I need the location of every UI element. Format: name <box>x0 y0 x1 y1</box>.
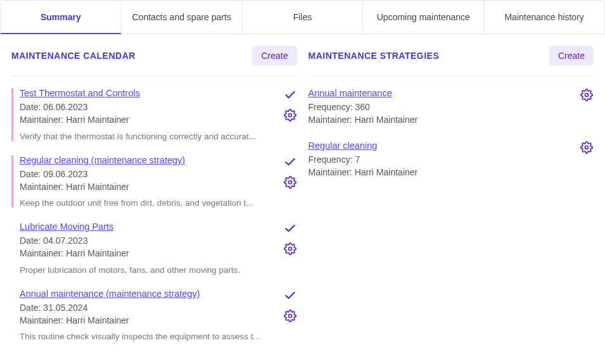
calendar-column: MAINTENANCE CALENDAR Create Test Thermos… <box>11 46 297 355</box>
tab-maintenance-history[interactable]: Maintenance history <box>484 1 604 34</box>
gear-icon[interactable] <box>283 108 297 122</box>
strategy-item-actions <box>580 88 594 102</box>
tab-summary[interactable]: Summary <box>1 1 122 34</box>
gear-icon[interactable] <box>283 242 297 256</box>
overdue-accent <box>11 222 13 275</box>
gear-icon[interactable] <box>580 88 594 102</box>
calendar-item-date: Date: 31.05.2024 <box>20 301 277 314</box>
overdue-accent <box>11 155 13 208</box>
strategy-item-actions <box>580 141 594 154</box>
calendar-item-maintainer: Maintainer: Harri Maintainer <box>20 113 277 126</box>
content: MAINTENANCE CALENDAR Create Test Thermos… <box>0 34 605 355</box>
overdue-accent <box>11 289 13 342</box>
strategies-header: MAINTENANCE STRATEGIES Create <box>309 46 594 77</box>
svg-point-2 <box>288 248 291 251</box>
calendar-header: MAINTENANCE CALENDAR Create <box>11 46 297 77</box>
calendar-item-date: Date: 04.07.2023 <box>20 234 277 247</box>
strategy-item-maintainer: Maintainer: Harri Maintainer <box>309 166 574 179</box>
check-icon[interactable] <box>283 289 297 303</box>
strategy-item-title[interactable]: Annual maintenance <box>309 88 392 98</box>
calendar-item-maintainer: Maintainer: Harri Maintainer <box>20 314 277 327</box>
calendar-item-desc: Keep the outdoor unit free from dirt, de… <box>20 198 277 208</box>
calendar-item-desc: Verify that the thermostat is functionin… <box>20 132 277 141</box>
calendar-item-actions <box>283 289 297 323</box>
svg-point-1 <box>288 180 291 184</box>
strategies-create-button[interactable]: Create <box>549 46 594 66</box>
svg-point-3 <box>288 314 291 317</box>
check-icon[interactable] <box>283 88 297 102</box>
calendar-item-actions <box>283 155 297 189</box>
calendar-item-actions <box>283 88 297 122</box>
tabs-bar: SummaryContacts and spare partsFilesUpco… <box>0 0 605 34</box>
calendar-item-desc: This routine check visually inspects the… <box>20 332 277 341</box>
calendar-item-date: Date: 06.06.2023 <box>20 101 277 113</box>
calendar-item-actions <box>283 222 297 256</box>
calendar-item-body: Lubricate Moving PartsDate: 04.07.2023Ma… <box>20 222 277 275</box>
gear-icon[interactable] <box>283 309 297 323</box>
calendar-list: Test Thermostat and ControlsDate: 06.06.… <box>11 88 297 341</box>
calendar-item-title[interactable]: Test Thermostat and Controls <box>20 88 140 98</box>
strategy-item-body: Annual maintenanceFrequency: 360Maintain… <box>309 88 574 127</box>
strategy-item-title[interactable]: Regular cleaning <box>309 141 378 151</box>
svg-point-4 <box>585 94 589 97</box>
calendar-item-maintainer: Maintainer: Harri Maintainer <box>20 180 277 193</box>
strategies-list: Annual maintenanceFrequency: 360Maintain… <box>309 88 594 179</box>
strategy-item: Regular cleaningFrequency: 7Maintainer: … <box>309 141 594 179</box>
calendar-item-title[interactable]: Annual maintenance (maintenance strategy… <box>20 289 200 299</box>
calendar-create-button[interactable]: Create <box>252 46 296 66</box>
overdue-accent <box>11 88 13 141</box>
calendar-item: Regular cleaning (maintenance strategy)D… <box>11 155 297 208</box>
calendar-item-maintainer: Maintainer: Harri Maintainer <box>20 247 277 260</box>
calendar-item: Annual maintenance (maintenance strategy… <box>11 289 297 342</box>
strategies-column: MAINTENANCE STRATEGIES Create Annual mai… <box>309 46 594 355</box>
calendar-item: Lubricate Moving PartsDate: 04.07.2023Ma… <box>11 222 297 275</box>
calendar-title: MAINTENANCE CALENDAR <box>11 51 136 61</box>
calendar-item-date: Date: 09.06.2023 <box>20 168 277 180</box>
check-icon[interactable] <box>283 222 297 235</box>
calendar-item-title[interactable]: Regular cleaning (maintenance strategy) <box>20 155 185 165</box>
gear-icon[interactable] <box>283 175 297 189</box>
strategy-item-frequency: Frequency: 360 <box>309 101 574 113</box>
tab-contacts-and-spare-parts[interactable]: Contacts and spare parts <box>122 1 243 34</box>
strategy-item-maintainer: Maintainer: Harri Maintainer <box>309 113 574 126</box>
strategy-item-body: Regular cleaningFrequency: 7Maintainer: … <box>309 141 574 179</box>
calendar-item-body: Annual maintenance (maintenance strategy… <box>20 289 277 342</box>
calendar-item: Test Thermostat and ControlsDate: 06.06.… <box>11 88 297 141</box>
calendar-item-desc: Proper lubrication of motors, fans, and … <box>20 265 277 275</box>
tab-files[interactable]: Files <box>243 1 364 34</box>
check-icon[interactable] <box>283 155 297 169</box>
svg-point-0 <box>288 114 291 117</box>
gear-icon[interactable] <box>580 141 594 154</box>
strategy-item: Annual maintenanceFrequency: 360Maintain… <box>309 88 594 127</box>
svg-point-5 <box>585 146 589 149</box>
calendar-item-body: Regular cleaning (maintenance strategy)D… <box>20 155 277 208</box>
calendar-item-body: Test Thermostat and ControlsDate: 06.06.… <box>20 88 277 141</box>
tab-upcoming-maintenance[interactable]: Upcoming maintenance <box>363 1 484 34</box>
calendar-item-title[interactable]: Lubricate Moving Parts <box>20 222 113 232</box>
strategy-item-frequency: Frequency: 7 <box>309 153 574 166</box>
strategies-title: MAINTENANCE STRATEGIES <box>309 51 440 61</box>
